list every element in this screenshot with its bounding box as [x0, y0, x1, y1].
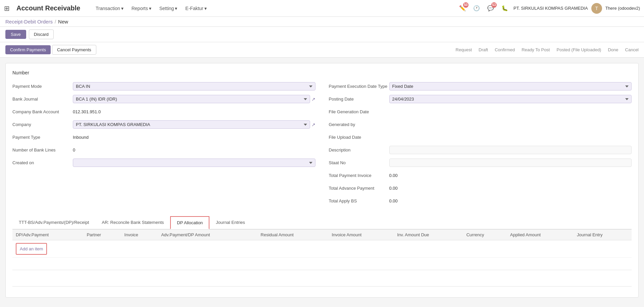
posting-date-label: Posting Date	[329, 95, 389, 102]
tab-dp-allocation[interactable]: DP Allocation	[170, 216, 209, 229]
posting-date-select[interactable]: 24/04/2023	[389, 95, 632, 103]
col-adv-payment-dp-amount: Adv.Payment/DP Amount	[158, 230, 257, 240]
clock-icon: 🕐	[473, 5, 480, 11]
bug-icon-btn[interactable]: 🐛	[499, 3, 510, 14]
bank-journal-wrapper: BCA 1 (IN) IDR (IDR) ↗	[73, 95, 315, 103]
user-menu[interactable]: There (odoodev2)	[605, 6, 640, 11]
nav-setting[interactable]: Setting ▾	[156, 4, 181, 12]
topbar-nav: Transaction ▾ Reports ▾ Setting ▾ E-Fakt…	[92, 4, 210, 12]
number-of-bank-lines-value: 0	[73, 146, 315, 152]
app-title: Account Receivable	[16, 4, 80, 12]
discard-button[interactable]: Discard	[29, 29, 54, 39]
status-request[interactable]: Request	[456, 47, 472, 52]
file-generation-date-row: File Generation Date	[329, 108, 632, 117]
payment-execution-date-type-select[interactable]: Fixed Date	[389, 82, 632, 90]
generated-by-label: Generated by	[329, 120, 389, 127]
number-of-bank-lines-label: Number of Bank Lines	[12, 146, 73, 152]
chevron-down-icon: ▾	[175, 6, 177, 11]
description-wrapper	[389, 146, 632, 154]
table-add-row: Add an item	[12, 240, 632, 258]
nav-reports[interactable]: Reports ▾	[128, 4, 155, 12]
total-payment-invoice-value: 0.00	[389, 171, 632, 178]
payment-type-row: Payment Type Inbound	[12, 133, 315, 142]
add-item-cell: Add an item	[12, 240, 632, 258]
avatar[interactable]: T	[591, 3, 602, 14]
topbar-right: ✏️ 50 🕐 💬 53 🐛 PT. SIRKULASI KOMPAS GRAM…	[457, 3, 640, 14]
payment-type-label: Payment Type	[12, 133, 73, 140]
tab-ar-reconcile[interactable]: AR: Reconcile Bank Statements	[95, 216, 170, 229]
breadcrumb: Receipt-Debit Orders / New	[0, 17, 644, 27]
bank-journal-row: Bank Journal BCA 1 (IN) IDR (IDR) ↗	[12, 95, 315, 104]
status-done[interactable]: Done	[608, 47, 618, 52]
file-upload-date-label: File Upload Date	[329, 133, 389, 140]
bank-journal-external-link-icon[interactable]: ↗	[311, 97, 315, 102]
payment-mode-wrapper: BCA IN	[73, 82, 315, 90]
dp-allocation-table: DP/Adv.Payment Partner Invoice Adv.Payme…	[12, 229, 632, 258]
bank-journal-select[interactable]: BCA 1 (IN) IDR (IDR)	[73, 95, 310, 103]
add-item-button[interactable]: Add an item	[16, 243, 47, 255]
edit-icon-btn[interactable]: ✏️ 50	[457, 3, 468, 14]
staat-no-input[interactable]	[389, 159, 632, 167]
description-label: Description	[329, 146, 389, 152]
confirm-payments-button[interactable]: Confirm Payments	[5, 45, 51, 54]
total-advance-payment-label: Total Advance Payment	[329, 184, 389, 191]
form-grid: Payment Mode BCA IN Bank Journal BCA 1 (…	[12, 82, 632, 209]
nav-transaction[interactable]: Transaction ▾	[92, 4, 127, 12]
table-body: Add an item	[12, 240, 632, 258]
bug-icon: 🐛	[501, 5, 508, 11]
table-section: DP/Adv.Payment Partner Invoice Adv.Payme…	[12, 229, 632, 258]
chat-icon-btn[interactable]: 💬 53	[485, 3, 496, 14]
status-posted[interactable]: Posted (File Uploaded)	[556, 47, 601, 52]
description-row: Description	[329, 146, 632, 155]
status-bar: Confirm Payments Cancel Payments Request…	[0, 42, 644, 58]
payment-execution-date-type-wrapper: Fixed Date	[389, 82, 632, 90]
save-button[interactable]: Save	[5, 30, 26, 39]
cancel-payments-button[interactable]: Cancel Payments	[52, 45, 96, 55]
payment-execution-date-type-label: Payment Execution Date Type	[329, 82, 389, 89]
company-external-link-icon[interactable]: ↗	[311, 122, 315, 127]
col-invoice-amount: Invoice Amount	[328, 230, 394, 240]
total-payment-invoice-label: Total Payment Invoice	[329, 171, 389, 178]
created-on-select[interactable]	[73, 159, 315, 167]
file-upload-date-value	[389, 133, 632, 135]
col-inv-amount-due: Inv. Amount Due	[394, 230, 463, 240]
total-apply-bs-row: Total Apply BS 0.00	[329, 197, 632, 206]
breadcrumb-separator: /	[55, 19, 56, 24]
clock-icon-btn[interactable]: 🕐	[471, 3, 482, 14]
chevron-down-icon: ▾	[204, 6, 207, 11]
status-steps: Request Draft Confirmed Ready To Post Po…	[456, 47, 639, 52]
status-ready-to-post[interactable]: Ready To Post	[522, 47, 550, 52]
action-bar: Save Discard	[0, 27, 644, 42]
app-grid-icon[interactable]: ⊞	[4, 4, 10, 12]
main-content: Number Payment Mode BCA IN Bank Journal	[0, 58, 644, 307]
bank-journal-label: Bank Journal	[12, 95, 73, 102]
status-confirmed[interactable]: Confirmed	[495, 47, 515, 52]
col-partner: Partner	[83, 230, 121, 240]
company-selector[interactable]: PT. SIRKULASI KOMPAS GRAMEDIA	[513, 6, 588, 11]
description-input[interactable]	[389, 146, 632, 154]
chevron-down-icon: ▾	[121, 6, 123, 11]
company-wrapper: PT. SIRKULASI KOMPAS GRAMEDIA ↗	[73, 120, 315, 129]
payment-type-value: Inbound	[73, 133, 315, 140]
tab-journal-entries[interactable]: Journal Entries	[209, 216, 251, 229]
col-residual-amount: Residual Amount	[257, 230, 329, 240]
status-cancel[interactable]: Cancel	[625, 47, 639, 52]
col-currency: Currency	[463, 230, 507, 240]
total-advance-payment-value: 0.00	[389, 184, 632, 191]
breadcrumb-parent[interactable]: Receipt-Debit Orders	[5, 19, 53, 24]
table-header-row: DP/Adv.Payment Partner Invoice Adv.Payme…	[12, 230, 632, 240]
col-journal-entry: Journal Entry	[574, 230, 632, 240]
staat-no-wrapper	[389, 159, 632, 167]
payment-mode-select[interactable]: BCA IN	[73, 82, 315, 90]
file-generation-date-value	[389, 108, 632, 109]
payment-execution-date-type-row: Payment Execution Date Type Fixed Date	[329, 82, 632, 91]
nav-efaktur[interactable]: E-Faktur ▾	[182, 4, 210, 12]
total-advance-payment-row: Total Advance Payment 0.00	[329, 184, 632, 193]
tab-ttt-bs[interactable]: TTT-BS/Adv.Payments/(DP)/Receipt	[12, 216, 95, 229]
chat-badge: 53	[491, 2, 497, 8]
status-draft[interactable]: Draft	[479, 47, 488, 52]
company-row: Company PT. SIRKULASI KOMPAS GRAMEDIA ↗	[12, 120, 315, 130]
company-select[interactable]: PT. SIRKULASI KOMPAS GRAMEDIA	[73, 120, 310, 129]
file-generation-date-label: File Generation Date	[329, 108, 389, 114]
created-on-label: Created on	[12, 159, 73, 165]
